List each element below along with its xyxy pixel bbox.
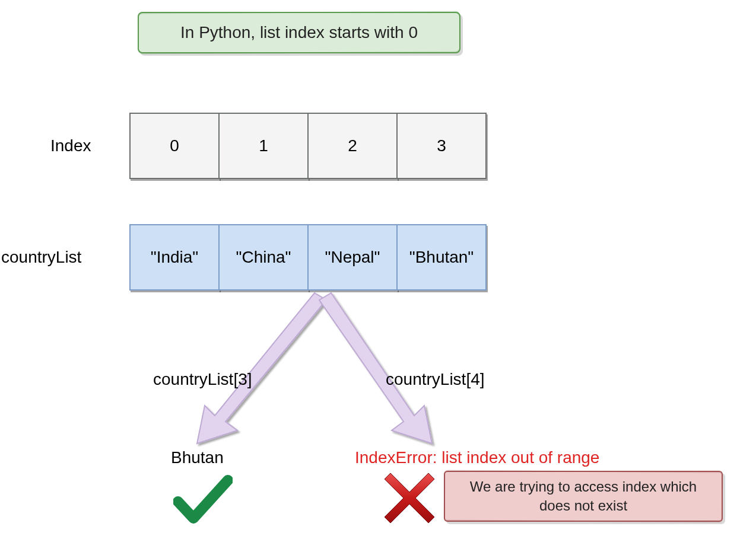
- svg-marker-0: [197, 293, 326, 444]
- cross-icon: [382, 471, 437, 525]
- country-cell-value: "India": [151, 248, 199, 267]
- country-cell: "Bhutan": [396, 224, 487, 291]
- error-message: IndexError: list index out of range: [355, 448, 599, 467]
- check-icon: [173, 474, 233, 528]
- result-left: Bhutan: [171, 448, 224, 467]
- index-cell-value: 0: [170, 136, 179, 155]
- index-cell: 1: [218, 113, 309, 179]
- code-left: countryList[3]: [153, 370, 252, 389]
- code-right: countryList[4]: [386, 370, 485, 389]
- title-text: In Python, list index starts with 0: [180, 23, 418, 42]
- index-cell: 3: [396, 113, 487, 179]
- label-countrylist: countryList: [1, 248, 81, 267]
- country-cell: "India": [129, 224, 220, 291]
- error-explanation-text: We are trying to access index which does…: [453, 477, 713, 516]
- title-box: In Python, list index starts with 0: [138, 12, 460, 53]
- index-cell: 2: [307, 113, 398, 179]
- country-cell: "China": [218, 224, 309, 291]
- index-cell-value: 1: [259, 136, 268, 155]
- index-row: 0 1 2 3: [129, 113, 485, 179]
- country-cell-value: "Bhutan": [409, 248, 474, 267]
- index-cell-value: 3: [437, 136, 446, 155]
- svg-marker-1: [319, 293, 432, 444]
- error-explanation-box: We are trying to access index which does…: [444, 471, 723, 522]
- index-cell-value: 2: [348, 136, 357, 155]
- country-cell-value: "China": [236, 248, 291, 267]
- country-cell-value: "Nepal": [325, 248, 380, 267]
- index-cell: 0: [129, 113, 220, 179]
- country-row: "India" "China" "Nepal" "Bhutan": [129, 224, 485, 291]
- label-index: Index: [50, 136, 91, 155]
- country-cell: "Nepal": [307, 224, 398, 291]
